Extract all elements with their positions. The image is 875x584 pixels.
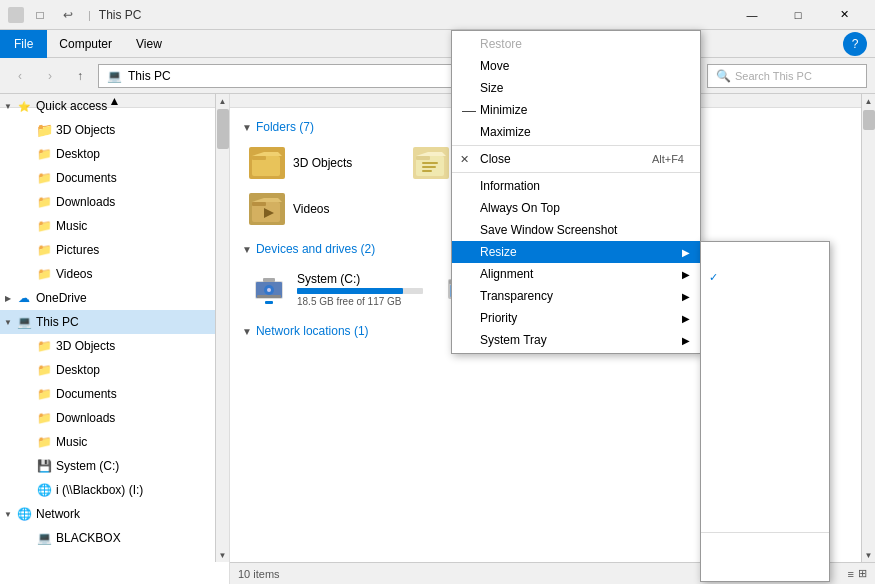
ctx-move[interactable]: Move: [452, 55, 700, 77]
sidebar-item-3dobjects-qa[interactable]: 📁 3D Objects: [0, 118, 229, 142]
resize-submenu: 640x480 720x480 720x576 800x600 1024x768…: [700, 241, 830, 582]
sidebar-label-3dobjects-pc: 3D Objects: [56, 339, 115, 353]
sub-1152x864[interactable]: 1152x864: [701, 354, 829, 376]
ctx-alignment[interactable]: Alignment ▶: [452, 263, 700, 285]
view-list-icon[interactable]: ≡: [848, 568, 854, 580]
sidebar-item-documents-pc[interactable]: 📁 Documents: [0, 382, 229, 406]
sub-1024x768[interactable]: 1024x768: [701, 332, 829, 354]
content-scroll-down-btn[interactable]: ▼: [862, 548, 876, 562]
sub-1280x1024[interactable]: 1280x1024: [701, 442, 829, 464]
sidebar-item-onedrive[interactable]: ▶ ☁ OneDrive: [0, 286, 229, 310]
sidebar-item-music-pc[interactable]: 📁 Music: [0, 430, 229, 454]
sub-1680x1050[interactable]: 1680x1050: [701, 508, 829, 530]
sidebar-item-desktop-pc[interactable]: 📁 Desktop: [0, 358, 229, 382]
ctx-restore[interactable]: Restore: [452, 33, 700, 55]
menu-file[interactable]: File: [0, 30, 47, 58]
svg-rect-11: [252, 202, 266, 206]
drive-c-space: 18.5 GB free of 117 GB: [297, 296, 423, 307]
sidebar-item-pictures-qa[interactable]: 📁 Pictures: [0, 238, 229, 262]
svg-point-17: [267, 288, 271, 292]
title-bar: □ ↩ | This PC — □ ✕: [0, 0, 875, 30]
content-scrollbar[interactable]: ▲ ▼: [861, 94, 875, 562]
sub-1152x864-label: 1152x864: [729, 358, 782, 372]
ctx-system-tray[interactable]: System Tray ▶: [452, 329, 700, 351]
svg-rect-3: [416, 156, 430, 160]
ctx-information[interactable]: Information: [452, 175, 700, 197]
sub-1280x960[interactable]: 1280x960: [701, 420, 829, 442]
search-placeholder: Search This PC: [735, 70, 812, 82]
sidebar-scroll-down-btn[interactable]: ▼: [216, 548, 230, 562]
sidebar-item-sysc-pc[interactable]: 💾 System (C:): [0, 454, 229, 478]
sidebar-item-3dobjects-pc[interactable]: 📁 3D Objects: [0, 334, 229, 358]
sub-800x600[interactable]: 800x600: [701, 310, 829, 332]
app-icon: [8, 7, 24, 23]
expand-desktop-pc: [20, 362, 36, 378]
ctx-minimize[interactable]: — Minimize: [452, 99, 700, 121]
sidebar-item-desktop-qa[interactable]: 📁 Desktop: [0, 142, 229, 166]
sub-1440x900[interactable]: 1440x900: [701, 464, 829, 486]
sidebar-item-blackbox-i[interactable]: 🌐 i (\\Blackbox) (I:): [0, 478, 229, 502]
sidebar-item-documents-qa[interactable]: 📁 Documents: [0, 166, 229, 190]
ctx-minus-icon: —: [462, 103, 476, 117]
content-scroll-up-btn[interactable]: ▲: [862, 94, 876, 108]
minimize-btn[interactable]: —: [729, 0, 775, 30]
sub-1600x900[interactable]: 1600x900: [701, 486, 829, 508]
folder-item-videos[interactable]: Videos: [242, 188, 402, 230]
ctx-save-screenshot[interactable]: Save Window Screenshot: [452, 219, 700, 241]
ctx-size-label: Size: [480, 81, 503, 95]
sidebar-scroll-thumb[interactable]: [217, 109, 229, 149]
content-scroll-thumb[interactable]: [863, 110, 875, 130]
close-btn[interactable]: ✕: [821, 0, 867, 30]
sub-720x576[interactable]: 720x576: [701, 288, 829, 310]
expand-icon-downloads: [20, 194, 36, 210]
help-btn[interactable]: ?: [843, 32, 867, 56]
sidebar-scroll-up-btn[interactable]: ▲: [216, 94, 230, 108]
sidebar-item-videos-qa[interactable]: 📁 Videos: [0, 262, 229, 286]
forward-btn[interactable]: ›: [38, 64, 62, 88]
folder-item-3dobjects[interactable]: 3D Objects: [242, 142, 402, 184]
search-bar[interactable]: 🔍 Search This PC: [707, 64, 867, 88]
ctx-resize-arrow: ▶: [682, 247, 690, 258]
up-btn[interactable]: ↑: [68, 64, 92, 88]
folder-icon: 📁: [36, 122, 52, 138]
sidebar-label-music-pc: Music: [56, 435, 87, 449]
sidebar-item-quick-access[interactable]: ▼ ⭐ Quick access: [0, 94, 229, 118]
sub-1280x800[interactable]: 1280x800: [701, 398, 829, 420]
sub-default[interactable]: Default: [701, 535, 829, 557]
ctx-always-on-top[interactable]: Always On Top: [452, 197, 700, 219]
sidebar-scrollbar[interactable]: ▲ ▼: [215, 94, 229, 562]
sidebar-item-downloads-pc[interactable]: 📁 Downloads: [0, 406, 229, 430]
view-grid-icon[interactable]: ⊞: [858, 567, 867, 580]
drive-item-c[interactable]: System (C:) 18.5 GB free of 117 GB: [242, 264, 432, 314]
sub-custom[interactable]: Custom...: [701, 557, 829, 579]
back-btn[interactable]: ‹: [8, 64, 32, 88]
menu-view[interactable]: View: [124, 30, 174, 58]
3dobjects-pc-icon: 📁: [36, 338, 52, 354]
sub-640x480[interactable]: 640x480: [701, 244, 829, 266]
sub-720x480[interactable]: 720x480: [701, 266, 829, 288]
blackbox-i-icon: 🌐: [36, 482, 52, 498]
sub-1280x768[interactable]: 1280x768: [701, 376, 829, 398]
maximize-btn[interactable]: □: [775, 0, 821, 30]
undo-btn[interactable]: ↩: [56, 3, 80, 27]
sysc-icon: 💾: [36, 458, 52, 474]
sidebar-scroll-track: [216, 108, 229, 548]
sidebar-item-network[interactable]: ▼ 🌐 Network: [0, 502, 229, 526]
folder-name-3dobjects: 3D Objects: [293, 156, 352, 170]
ctx-resize[interactable]: Resize ▶ 640x480 720x480 720x576 800x600…: [452, 241, 700, 263]
menu-computer[interactable]: Computer: [47, 30, 124, 58]
ctx-sep1: [452, 145, 700, 146]
expand-blackbox-i: [20, 482, 36, 498]
ctx-priority[interactable]: Priority ▶: [452, 307, 700, 329]
sidebar-item-downloads-qa[interactable]: 📁 Downloads: [0, 190, 229, 214]
ctx-size[interactable]: Size: [452, 77, 700, 99]
sidebar-item-music-qa[interactable]: 📁 Music: [0, 214, 229, 238]
ctx-maximize[interactable]: Maximize: [452, 121, 700, 143]
quick-save-btn[interactable]: □: [28, 3, 52, 27]
ctx-transparency[interactable]: Transparency ▶: [452, 285, 700, 307]
sidebar-item-this-pc[interactable]: ▼ 💻 This PC: [0, 310, 229, 334]
ctx-close-label: Close: [480, 152, 511, 166]
ctx-close[interactable]: ✕ Close Alt+F4: [452, 148, 700, 170]
ctx-alignment-arrow: ▶: [682, 269, 690, 280]
sidebar-item-blackbox[interactable]: 💻 BLACKBOX: [0, 526, 229, 550]
